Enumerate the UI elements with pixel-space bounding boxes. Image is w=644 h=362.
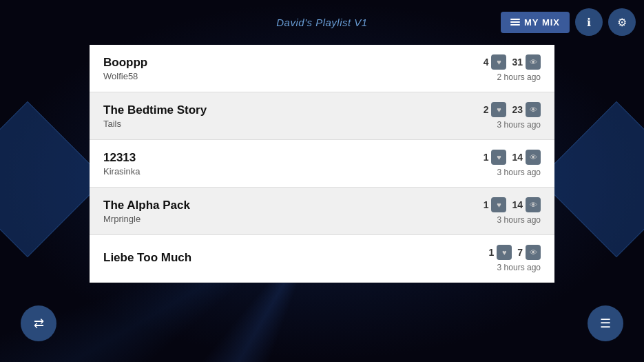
track-author: Kirasinka <box>103 166 140 177</box>
gear-icon: ⚙ <box>617 16 627 29</box>
track-info: The Bedtime Story Tails <box>103 103 207 129</box>
track-info: Liebe Too Much <box>103 251 191 266</box>
views-count: 23 <box>512 104 523 115</box>
track-stats: 1 ♥ 14 👁 <box>484 150 541 165</box>
likes-count: 1 <box>484 199 489 210</box>
likes-count: 4 <box>484 57 489 68</box>
swap-icon: ⇄ <box>34 316 44 331</box>
track-time: 3 hours ago <box>497 168 541 177</box>
likes-count: 1 <box>484 152 489 163</box>
track-author: Mrpringle <box>103 214 190 224</box>
track-meta: 1 ♥ 7 👁 3 hours ago <box>488 245 541 272</box>
track-stats: 1 ♥ 7 👁 <box>488 245 541 260</box>
track-list: Booppp Wolfie58 4 ♥ 31 👁 2 hours ago <box>90 45 554 362</box>
track-time: 3 hours ago <box>497 120 541 130</box>
views-count: 14 <box>512 152 523 163</box>
track-time: 3 hours ago <box>497 215 541 225</box>
views-group: 7 👁 <box>517 245 541 260</box>
track-item[interactable]: Booppp Wolfie58 4 ♥ 31 👁 2 hours ago <box>90 45 554 92</box>
track-stats: 2 ♥ 23 👁 <box>484 102 541 117</box>
my-mix-button[interactable]: MY MIX <box>501 12 570 33</box>
views-count: 7 <box>517 247 523 258</box>
likes-group: 1 ♥ <box>484 197 507 212</box>
track-info: Booppp Wolfie58 <box>103 56 147 81</box>
eye-icon: 👁 <box>526 197 541 212</box>
eye-icon: 👁 <box>526 102 541 117</box>
track-meta: 2 ♥ 23 👁 3 hours ago <box>484 102 541 130</box>
track-meta: 1 ♥ 14 👁 3 hours ago <box>484 150 541 177</box>
heart-icon: ♥ <box>491 197 506 212</box>
track-title: The Alpha Pack <box>103 199 190 212</box>
track-meta: 4 ♥ 31 👁 2 hours ago <box>484 54 541 82</box>
track-item[interactable]: The Alpha Pack Mrpringle 1 ♥ 14 👁 3 hour… <box>90 188 554 235</box>
heart-icon: ♥ <box>491 150 506 165</box>
views-group: 14 👁 <box>512 197 541 212</box>
heart-icon: ♥ <box>491 102 506 117</box>
track-item[interactable]: Liebe Too Much 1 ♥ 7 👁 3 hours ago <box>90 235 554 283</box>
likes-count: 2 <box>484 104 489 115</box>
settings-button[interactable]: ⚙ <box>608 8 636 36</box>
track-author: Wolfie58 <box>103 71 147 81</box>
info-button[interactable]: ℹ <box>575 8 603 36</box>
playlist-button[interactable]: ☰ <box>588 305 623 341</box>
eye-icon: 👁 <box>526 245 541 260</box>
likes-group: 1 ♥ <box>488 245 512 260</box>
track-stats: 4 ♥ 31 👁 <box>484 54 541 70</box>
likes-group: 2 ♥ <box>484 102 507 117</box>
playlist-lines-icon <box>510 19 520 26</box>
eye-icon: 👁 <box>526 150 541 165</box>
my-mix-label: MY MIX <box>524 17 560 28</box>
likes-group: 4 ♥ <box>484 54 507 70</box>
track-item[interactable]: 12313 Kirasinka 1 ♥ 14 👁 3 hours ago <box>90 140 554 188</box>
likes-count: 1 <box>488 247 494 258</box>
track-info: The Alpha Pack Mrpringle <box>103 199 190 224</box>
views-count: 31 <box>512 57 523 68</box>
views-group: 23 👁 <box>512 102 541 117</box>
views-count: 14 <box>512 199 523 210</box>
heart-icon: ♥ <box>491 54 506 70</box>
info-icon: ℹ <box>587 16 591 29</box>
playlist-icon: ☰ <box>600 316 611 331</box>
playlist-title: David's Playlist V1 <box>276 17 367 28</box>
views-group: 31 👁 <box>512 54 541 70</box>
track-title: The Bedtime Story <box>103 103 207 117</box>
track-time: 2 hours ago <box>497 72 541 82</box>
track-info: 12313 Kirasinka <box>103 151 140 177</box>
track-title: 12313 <box>103 151 140 165</box>
views-group: 14 👁 <box>512 150 541 165</box>
eye-icon: 👁 <box>526 54 541 70</box>
track-meta: 1 ♥ 14 👁 3 hours ago <box>484 197 541 225</box>
top-right-controls: MY MIX ℹ ⚙ <box>501 8 636 36</box>
track-title: Booppp <box>103 56 147 70</box>
track-time: 3 hours ago <box>497 263 541 272</box>
swap-button[interactable]: ⇄ <box>21 305 56 341</box>
likes-group: 1 ♥ <box>484 150 507 165</box>
track-item[interactable]: The Bedtime Story Tails 2 ♥ 23 👁 3 hours… <box>90 92 554 140</box>
track-stats: 1 ♥ 14 👁 <box>484 197 541 212</box>
heart-icon: ♥ <box>497 245 512 260</box>
track-author: Tails <box>103 119 207 129</box>
track-title: Liebe Too Much <box>103 251 191 265</box>
